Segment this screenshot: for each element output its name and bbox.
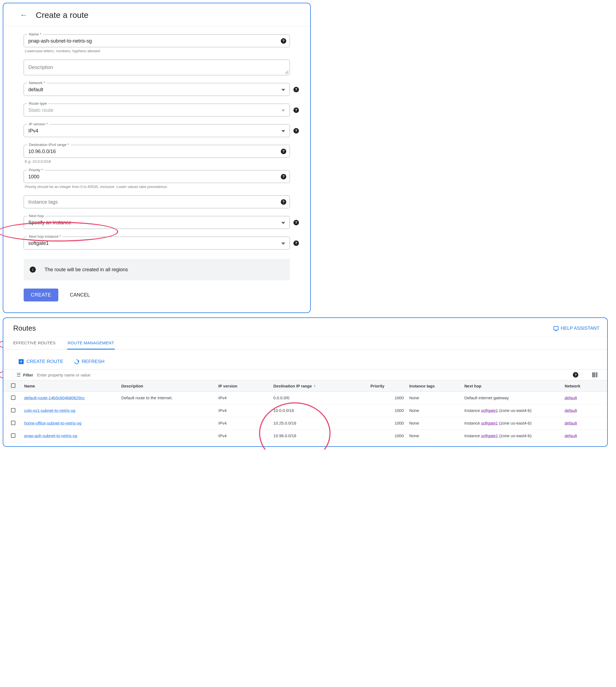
name-input[interactable]: Name * pnap-ash-subnet-to-netris-sg ? bbox=[24, 35, 290, 47]
row-destination: 10.0.0.0/16 bbox=[271, 405, 368, 417]
destination-range-value: 10.96.0.0/16 bbox=[28, 149, 56, 154]
help-icon[interactable]: ? bbox=[281, 149, 286, 154]
network-link[interactable]: default bbox=[565, 408, 577, 413]
table-row: default-route-14b5c604b80629ccDefault ro… bbox=[3, 392, 607, 405]
priority-value: 1000 bbox=[28, 174, 39, 179]
table-row: colo-sv1-subnet-to-netris-sgIPv410.0.0.0… bbox=[3, 405, 607, 417]
create-route-label: CREATE ROUTE bbox=[26, 359, 63, 364]
help-icon[interactable]: ? bbox=[293, 241, 299, 246]
destination-range-hint: E.g. 10.0.0.0/16 bbox=[25, 159, 289, 163]
ip-version-value: IPv4 bbox=[28, 128, 38, 134]
help-icon[interactable]: ? bbox=[293, 220, 299, 225]
panel-header: ← Create a route bbox=[3, 3, 310, 26]
tabs: EFFECTIVE ROUTES ROUTE MANAGEMENT bbox=[3, 337, 607, 349]
name-value: pnap-ash-subnet-to-netris-sg bbox=[28, 38, 92, 44]
description-input[interactable]: Description bbox=[24, 60, 290, 75]
info-text: The route will be created in all regions bbox=[45, 267, 128, 273]
route-type-label: Route type bbox=[27, 101, 48, 106]
help-icon[interactable]: ? bbox=[293, 87, 299, 92]
columns-icon[interactable] bbox=[592, 372, 597, 377]
page-title: Create a route bbox=[36, 10, 89, 20]
row-description bbox=[118, 430, 216, 442]
row-instance-tags: None bbox=[406, 417, 461, 430]
priority-hint: Priority should be an integer from 0 to … bbox=[25, 185, 289, 189]
row-instance-tags: None bbox=[406, 405, 461, 417]
row-destination: 10.96.0.0/16 bbox=[271, 430, 368, 442]
table-row: pnap-ash-subnet-to-netris-sgIPv410.96.0.… bbox=[3, 430, 607, 442]
info-icon: i bbox=[30, 267, 36, 273]
row-priority: 1000 bbox=[368, 417, 406, 430]
next-hop-instance-select[interactable]: Next hop instance * softgate1 ? bbox=[24, 236, 290, 250]
routes-table: Name Description IP version Destination … bbox=[3, 380, 607, 442]
row-description bbox=[118, 417, 216, 430]
filter-input[interactable] bbox=[37, 372, 570, 377]
col-network[interactable]: Network bbox=[562, 380, 607, 392]
row-description: Default route to the Internet. bbox=[118, 392, 216, 405]
tab-route-management[interactable]: ROUTE MANAGEMENT bbox=[67, 337, 115, 349]
help-icon[interactable]: ? bbox=[573, 372, 578, 377]
ip-version-select[interactable]: IP version * IPv4 ? bbox=[24, 124, 290, 137]
row-checkbox[interactable] bbox=[11, 395, 16, 400]
row-priority: 1000 bbox=[368, 405, 406, 417]
col-description[interactable]: Description bbox=[118, 380, 216, 392]
row-next-hop: Instance softgate1 (zone us-east4-b) bbox=[461, 417, 562, 430]
divider bbox=[582, 372, 582, 378]
help-icon[interactable]: ? bbox=[281, 38, 286, 44]
help-icon[interactable]: ? bbox=[293, 128, 299, 134]
col-destination[interactable]: Destination IP range↑ bbox=[271, 380, 368, 392]
next-hop-instance-link[interactable]: softgate1 bbox=[481, 421, 498, 426]
row-destination: 0.0.0.0/0 bbox=[271, 392, 368, 405]
create-button[interactable]: CREATE bbox=[24, 289, 58, 301]
create-route-button[interactable]: + CREATE ROUTE bbox=[19, 359, 63, 364]
help-icon[interactable]: ? bbox=[281, 199, 286, 205]
refresh-button[interactable]: REFRESH bbox=[74, 359, 105, 364]
row-instance-tags: None bbox=[406, 430, 461, 442]
instance-tags-input[interactable]: Instance tags ? bbox=[24, 196, 290, 208]
col-name[interactable]: Name bbox=[21, 380, 118, 392]
chevron-down-icon bbox=[281, 243, 285, 245]
route-type-value: Static route bbox=[28, 108, 53, 113]
tab-effective-routes[interactable]: EFFECTIVE ROUTES bbox=[13, 337, 56, 349]
route-name-link[interactable]: home-office-subnet-to-netris-sg bbox=[24, 421, 81, 426]
back-arrow-icon[interactable]: ← bbox=[20, 13, 27, 17]
col-priority[interactable]: Priority bbox=[368, 380, 406, 392]
chevron-down-icon bbox=[281, 89, 285, 91]
network-link[interactable]: default bbox=[565, 395, 577, 400]
row-next-hop: Instance softgate1 (zone us-east4-b) bbox=[461, 430, 562, 442]
row-checkbox[interactable] bbox=[11, 433, 16, 438]
sort-ascending-icon: ↑ bbox=[313, 384, 316, 389]
row-ip-version: IPv4 bbox=[216, 417, 271, 430]
network-link[interactable]: default bbox=[565, 421, 577, 426]
priority-label: Priority * bbox=[27, 168, 45, 172]
help-assistant-button[interactable]: HELP ASSISTANT bbox=[554, 326, 599, 331]
priority-input[interactable]: Priority * 1000 ? bbox=[24, 170, 290, 183]
row-ip-version: IPv4 bbox=[216, 430, 271, 442]
ip-version-label: IP version * bbox=[27, 122, 49, 126]
route-type-select: Route type Static route ? bbox=[24, 104, 290, 116]
chevron-down-icon bbox=[281, 130, 285, 132]
row-instance-tags: None bbox=[406, 392, 461, 405]
next-hop-select[interactable]: Next hop Specify an instance ? bbox=[24, 216, 290, 229]
row-checkbox[interactable] bbox=[11, 421, 16, 425]
network-link[interactable]: default bbox=[565, 433, 577, 438]
destination-range-input[interactable]: Destination IPv4 range * 10.96.0.0/16 ? bbox=[24, 145, 290, 158]
resize-handle-icon[interactable] bbox=[285, 71, 288, 74]
network-select[interactable]: Network * default ? bbox=[24, 83, 290, 96]
next-hop-instance-value: softgate1 bbox=[28, 241, 49, 246]
next-hop-instance-link[interactable]: softgate1 bbox=[481, 433, 498, 438]
route-name-link[interactable]: pnap-ash-subnet-to-netris-sg bbox=[24, 433, 77, 438]
row-checkbox[interactable] bbox=[11, 408, 16, 412]
help-icon[interactable]: ? bbox=[281, 174, 286, 179]
col-next-hop[interactable]: Next hop bbox=[461, 380, 562, 392]
route-name-link[interactable]: default-route-14b5c604b80629cc bbox=[24, 395, 85, 400]
cancel-button[interactable]: CANCEL bbox=[68, 292, 92, 298]
next-hop-value: Specify an instance bbox=[28, 220, 71, 225]
row-ip-version: IPv4 bbox=[216, 405, 271, 417]
next-hop-instance-link[interactable]: softgate1 bbox=[481, 408, 498, 413]
select-all-checkbox[interactable] bbox=[11, 383, 16, 388]
route-name-link[interactable]: colo-sv1-subnet-to-netris-sg bbox=[24, 408, 75, 413]
col-ip-version[interactable]: IP version bbox=[216, 380, 271, 392]
help-icon[interactable]: ? bbox=[293, 108, 299, 113]
col-instance-tags[interactable]: Instance tags bbox=[406, 380, 461, 392]
filter-label: Filter bbox=[23, 373, 33, 377]
